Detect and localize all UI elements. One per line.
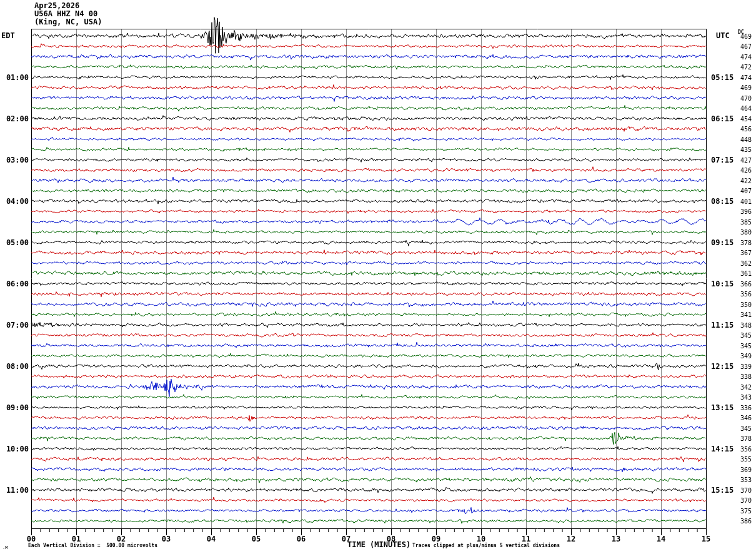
dc-offset-value: 348 bbox=[740, 322, 752, 329]
dc-offset-value: 375 bbox=[740, 508, 752, 515]
footnote-vertical-division: Each Vertical Division = 500.00 microvol… bbox=[28, 543, 157, 548]
x-axis-tick-label: 02 bbox=[109, 535, 134, 543]
x-axis-tick-label: 13 bbox=[604, 535, 629, 543]
dc-offset-value: 366 bbox=[740, 281, 752, 288]
dc-offset-value: 355 bbox=[740, 456, 752, 463]
dc-offset-value: 470 bbox=[740, 95, 752, 102]
dc-offset-value: 339 bbox=[740, 363, 752, 370]
dc-offset-value: 362 bbox=[740, 260, 752, 267]
dc-offset-value: 370 bbox=[740, 497, 752, 504]
utc-hour-label: 15:15 bbox=[711, 486, 734, 495]
edt-hour-label: 08:00 bbox=[0, 362, 29, 371]
utc-hour-label: 12:15 bbox=[711, 362, 734, 371]
dc-offset-value: 386 bbox=[740, 518, 752, 525]
dc-offset-value: 426 bbox=[740, 167, 752, 174]
dc-offset-value: 356 bbox=[740, 446, 752, 453]
dc-offset-value: 422 bbox=[740, 178, 752, 184]
dc-offset-value: 345 bbox=[740, 425, 752, 432]
helicorder-page: Apr25,2026 U56A HHZ N4 00 (King, NC, USA… bbox=[0, 0, 756, 554]
dc-offset-value: 346 bbox=[740, 415, 752, 421]
x-axis-tick-label: 10 bbox=[469, 535, 494, 543]
dc-offset-value: 474 bbox=[740, 54, 752, 61]
dc-offset-value: 361 bbox=[740, 270, 752, 277]
x-axis-tick-label: 14 bbox=[649, 535, 674, 543]
dc-offset-value: 370 bbox=[740, 487, 752, 494]
dc-offset-value: 456 bbox=[740, 126, 752, 133]
edt-hour-label: 07:00 bbox=[0, 321, 29, 330]
title-location: (King, NC, USA) bbox=[34, 18, 102, 26]
edt-hour-label: 11:00 bbox=[0, 486, 29, 495]
dc-offset-value: 448 bbox=[740, 136, 752, 143]
edt-hour-label: 02:00 bbox=[0, 114, 29, 123]
dc-offset-value: 407 bbox=[740, 188, 752, 194]
dc-offset-value: 396 bbox=[740, 208, 752, 215]
x-axis-tick-label: 00 bbox=[19, 535, 44, 543]
dc-offset-value: 454 bbox=[740, 116, 752, 123]
dc-offset-value: 472 bbox=[740, 64, 752, 71]
x-axis-tick-label: 12 bbox=[559, 535, 584, 543]
right-axis-header: UTC bbox=[716, 31, 730, 40]
edt-hour-label: 04:00 bbox=[0, 197, 29, 206]
x-axis-tick-label: 03 bbox=[154, 535, 179, 543]
dc-offset-value: 435 bbox=[740, 146, 752, 153]
utc-hour-label: 11:15 bbox=[711, 321, 734, 330]
x-axis-tick-label: 06 bbox=[289, 535, 314, 543]
edt-hour-label: 03:00 bbox=[0, 156, 29, 164]
utc-hour-label: 08:15 bbox=[711, 197, 734, 206]
dc-offset-value: 369 bbox=[740, 466, 752, 473]
dc-offset-value: 345 bbox=[740, 332, 752, 339]
x-axis-tick-label: 15 bbox=[694, 535, 719, 543]
utc-hour-label: 10:15 bbox=[711, 280, 734, 288]
left-axis-header: EDT bbox=[1, 31, 15, 40]
corner-mark: .M bbox=[2, 545, 7, 550]
edt-hour-label: 01:00 bbox=[0, 73, 29, 82]
dc-offset-value: 367 bbox=[740, 249, 752, 256]
dc-offset-value: 385 bbox=[740, 219, 752, 226]
edt-hour-label: 05:00 bbox=[0, 238, 29, 247]
edt-hour-label: 09:00 bbox=[0, 403, 29, 412]
dc-offset-value: 401 bbox=[740, 198, 752, 205]
dc-offset-value: 469 bbox=[740, 84, 752, 91]
x-axis-tick-label: 05 bbox=[244, 535, 269, 543]
dc-offset-value: 356 bbox=[740, 291, 752, 298]
dc-offset-value: 353 bbox=[740, 476, 752, 483]
dc-offset-value: 378 bbox=[740, 239, 752, 246]
edt-hour-label: 10:00 bbox=[0, 445, 29, 453]
helicorder-canvas bbox=[0, 0, 756, 554]
dc-offset-value: 378 bbox=[740, 435, 752, 442]
utc-hour-label: 13:15 bbox=[711, 403, 734, 412]
edt-hour-label: 06:00 bbox=[0, 280, 29, 288]
dc-offset-value: 336 bbox=[740, 405, 752, 411]
dc-offset-value: 469 bbox=[740, 33, 752, 40]
utc-hour-label: 09:15 bbox=[711, 238, 734, 247]
dc-offset-value: 350 bbox=[740, 301, 752, 308]
dc-offset-value: 467 bbox=[740, 43, 752, 50]
utc-hour-label: 14:15 bbox=[711, 445, 734, 453]
dc-offset-value: 380 bbox=[740, 229, 752, 236]
dc-offset-value: 474 bbox=[740, 74, 752, 81]
footnote-clipping: Traces clipped at plus/minus 5 vertical … bbox=[412, 543, 560, 548]
x-axis-tick-label: 11 bbox=[514, 535, 539, 543]
x-axis-title: TIME (MINUTES) bbox=[347, 540, 410, 549]
dc-offset-value: 343 bbox=[740, 394, 752, 401]
x-axis-tick-label: 09 bbox=[424, 535, 449, 543]
dc-offset-value: 427 bbox=[740, 157, 752, 164]
dc-offset-value: 464 bbox=[740, 105, 752, 112]
utc-hour-label: 07:15 bbox=[711, 156, 734, 164]
dc-offset-value: 338 bbox=[740, 373, 752, 380]
x-axis-tick-label: 04 bbox=[199, 535, 224, 543]
dc-offset-value: 345 bbox=[740, 343, 752, 350]
dc-offset-value: 349 bbox=[740, 353, 752, 360]
utc-hour-label: 06:15 bbox=[711, 114, 734, 123]
utc-hour-label: 05:15 bbox=[711, 73, 734, 82]
x-axis-tick-label: 01 bbox=[64, 535, 89, 543]
dc-offset-value: 341 bbox=[740, 311, 752, 318]
dc-offset-value: 342 bbox=[740, 384, 752, 391]
